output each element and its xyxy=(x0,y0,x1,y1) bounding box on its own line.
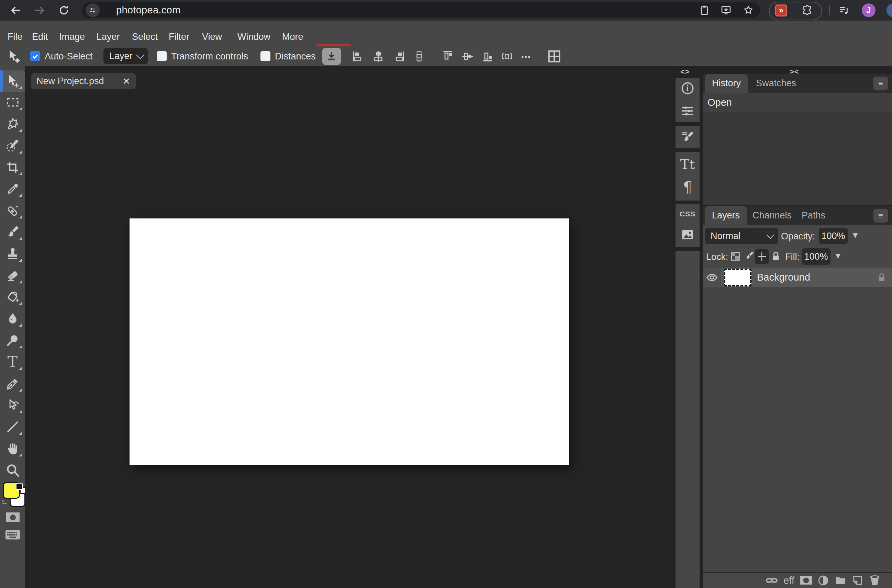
transform-controls-checkbox[interactable] xyxy=(157,51,167,61)
tab-paths[interactable]: Paths xyxy=(795,206,832,225)
align-center-horizontal-icon[interactable] xyxy=(372,50,385,63)
zoom-tool[interactable] xyxy=(0,459,25,481)
menu-file[interactable]: File xyxy=(8,32,23,42)
secondary-avatar[interactable] xyxy=(886,3,892,17)
tab-channels[interactable]: Channels xyxy=(746,206,799,225)
add-mask-icon[interactable] xyxy=(799,574,813,586)
brush-tool[interactable] xyxy=(0,222,25,243)
clone-stamp-tool[interactable] xyxy=(0,243,25,264)
align-right-icon[interactable] xyxy=(393,50,406,63)
distribute-horizontal-icon[interactable] xyxy=(500,50,514,63)
menu-layer[interactable]: Layer xyxy=(96,32,120,42)
extension-badge-icon[interactable]: » xyxy=(775,4,787,16)
history-entry-row[interactable]: Open xyxy=(703,93,892,112)
history-panel-menu-icon[interactable]: ≡ xyxy=(874,76,888,90)
delete-layer-icon[interactable] xyxy=(868,574,882,586)
quick-select-tool[interactable] xyxy=(0,135,25,156)
back-icon[interactable] xyxy=(10,4,22,16)
install-app-icon[interactable] xyxy=(720,4,732,16)
url-bar[interactable] xyxy=(82,2,760,18)
dodge-tool[interactable] xyxy=(0,330,25,351)
healing-brush-tool[interactable] xyxy=(0,200,25,221)
fill-slider-triangle[interactable]: ▼ xyxy=(834,251,842,261)
download-button[interactable] xyxy=(322,48,341,65)
brush-settings-panel-icon[interactable] xyxy=(676,126,700,148)
menu-more[interactable]: More xyxy=(282,32,303,42)
target-select-dropdown[interactable]: Layer xyxy=(104,48,148,64)
default-foreground-swatch[interactable] xyxy=(16,483,23,490)
layer-effects-icon[interactable]: eff xyxy=(782,574,796,586)
blur-tool[interactable] xyxy=(0,308,25,329)
lock-transparency-icon[interactable] xyxy=(730,250,741,262)
site-settings-icon[interactable] xyxy=(86,3,100,17)
quick-mask-icon[interactable] xyxy=(6,513,20,522)
paragraph-panel-icon[interactable]: ¶ xyxy=(676,176,700,198)
menu-edit[interactable]: Edit xyxy=(32,32,48,42)
layer-visibility-cell[interactable] xyxy=(703,267,721,287)
lock-pixels-icon[interactable] xyxy=(743,250,755,262)
layer-row-background[interactable]: Background xyxy=(703,267,892,287)
distances-checkbox[interactable] xyxy=(260,51,270,61)
type-tool[interactable]: T xyxy=(0,351,25,373)
layer-thumbnail[interactable] xyxy=(724,268,751,286)
align-bottom-icon[interactable] xyxy=(481,50,494,63)
new-folder-icon[interactable] xyxy=(833,574,847,586)
url-text[interactable]: photopea.com xyxy=(116,4,180,16)
path-select-tool[interactable] xyxy=(0,394,25,416)
menu-filter[interactable]: Filter xyxy=(169,32,189,42)
align-middle-vertical-icon[interactable] xyxy=(461,50,474,63)
lock-position-icon[interactable] xyxy=(755,249,769,264)
menu-view[interactable]: View xyxy=(202,32,222,42)
blend-mode-dropdown[interactable]: Normal xyxy=(705,228,778,244)
opacity-value[interactable]: 100% xyxy=(819,228,848,244)
distribute-vertical-icon[interactable] xyxy=(413,50,426,63)
align-left-icon[interactable] xyxy=(351,50,364,63)
pen-tool[interactable] xyxy=(0,373,25,394)
lock-all-icon[interactable] xyxy=(770,250,782,262)
more-align-options[interactable]: ... xyxy=(521,47,530,60)
info-panel-icon[interactable] xyxy=(676,78,700,99)
line-tool[interactable] xyxy=(0,416,25,438)
menu-image[interactable]: Image xyxy=(59,32,85,42)
css-panel-icon[interactable]: CSS xyxy=(676,203,700,225)
eraser-tool[interactable] xyxy=(0,265,25,286)
image-panel-icon[interactable] xyxy=(676,224,700,245)
add-adjustment-icon[interactable] xyxy=(816,574,830,586)
character-panel-icon[interactable]: Tt xyxy=(676,153,700,175)
lasso-tool[interactable] xyxy=(0,113,25,135)
layer-locked-icon[interactable] xyxy=(876,272,887,283)
media-controls-icon[interactable] xyxy=(838,4,850,16)
new-layer-icon[interactable] xyxy=(851,574,865,586)
adjustments-panel-icon[interactable] xyxy=(676,100,700,122)
tab-history[interactable]: History xyxy=(705,74,748,93)
crop-tool[interactable] xyxy=(0,157,25,178)
layers-panel-menu-icon[interactable]: ≡ xyxy=(874,209,888,222)
opacity-slider-triangle[interactable]: ▼ xyxy=(851,231,859,240)
fill-value[interactable]: 100% xyxy=(802,248,830,265)
document-tab[interactable]: New Project.psd ✕ xyxy=(31,73,136,89)
marquee-select-tool[interactable] xyxy=(0,92,25,113)
document-canvas[interactable] xyxy=(129,219,569,465)
extensions-puzzle-icon[interactable] xyxy=(800,4,813,16)
eyedropper-tool[interactable] xyxy=(0,178,25,200)
tab-swatches[interactable]: Swatches xyxy=(749,74,803,93)
align-top-icon[interactable] xyxy=(441,50,454,63)
close-tab-icon[interactable]: ✕ xyxy=(122,76,130,87)
keyboard-shortcuts-icon[interactable] xyxy=(5,529,21,541)
tab-layers[interactable]: Layers xyxy=(705,206,747,225)
menu-select[interactable]: Select xyxy=(132,32,158,42)
swap-colors-icon[interactable] xyxy=(1,497,10,507)
arrange-windows-icon[interactable] xyxy=(546,48,562,64)
reload-icon[interactable] xyxy=(58,4,70,16)
profile-avatar[interactable]: J xyxy=(862,3,875,17)
hand-tool[interactable] xyxy=(0,438,25,459)
link-layers-icon[interactable] xyxy=(765,574,779,586)
forward-icon[interactable] xyxy=(33,4,46,16)
collapse-rail-control[interactable]: <> xyxy=(680,68,690,76)
paint-bucket-tool[interactable] xyxy=(0,286,25,308)
move-tool[interactable] xyxy=(0,70,25,92)
auto-select-checkbox[interactable] xyxy=(30,51,40,61)
bookmark-star-icon[interactable] xyxy=(742,4,755,16)
menu-window[interactable]: Window xyxy=(237,32,270,42)
clipboard-icon[interactable] xyxy=(698,4,710,16)
